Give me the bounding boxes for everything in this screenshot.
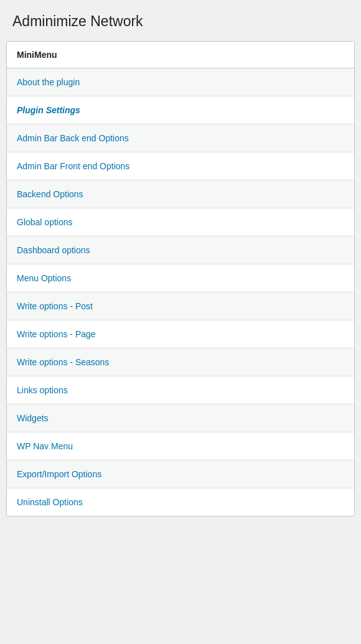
minimenu-container: MiniMenu About the pluginPlugin Settings…: [6, 41, 355, 516]
menu-item-admin-bar-frontend: Admin Bar Front end Options: [7, 152, 354, 180]
menu-link-write-options-page[interactable]: Write options - Page: [7, 320, 354, 348]
menu-item-backend-options: Backend Options: [7, 180, 354, 208]
menu-item-write-options-post: Write options - Post: [7, 292, 354, 320]
menu-link-global-options[interactable]: Global options: [7, 208, 354, 236]
menu-link-backend-options[interactable]: Backend Options: [7, 180, 354, 208]
menu-link-dashboard-options[interactable]: Dashboard options: [7, 236, 354, 264]
page-title: Adminimize Network: [12, 12, 349, 31]
menu-item-menu-options: Menu Options: [7, 264, 354, 292]
menu-link-admin-bar-frontend[interactable]: Admin Bar Front end Options: [7, 152, 354, 180]
menu-link-about-plugin[interactable]: About the plugin: [7, 68, 354, 96]
menu-item-write-options-seasons: Write options - Seasons: [7, 348, 354, 376]
menu-link-uninstall-options[interactable]: Uninstall Options: [7, 488, 354, 516]
menu-link-links-options[interactable]: Links options: [7, 376, 354, 404]
menu-link-widgets[interactable]: Widgets: [7, 404, 354, 432]
menu-list: About the pluginPlugin SettingsAdmin Bar…: [7, 68, 354, 516]
menu-item-admin-bar-backend: Admin Bar Back end Options: [7, 124, 354, 152]
menu-link-plugin-settings[interactable]: Plugin Settings: [7, 96, 354, 124]
menu-link-write-options-seasons[interactable]: Write options - Seasons: [7, 348, 354, 376]
minimenu-header-title: MiniMenu: [17, 50, 57, 60]
menu-item-write-options-page: Write options - Page: [7, 320, 354, 348]
menu-item-about-plugin: About the plugin: [7, 68, 354, 96]
menu-item-plugin-settings: Plugin Settings: [7, 96, 354, 124]
menu-item-export-import: Export/Import Options: [7, 460, 354, 488]
menu-item-global-options: Global options: [7, 208, 354, 236]
menu-link-menu-options[interactable]: Menu Options: [7, 264, 354, 292]
menu-item-links-options: Links options: [7, 376, 354, 404]
menu-link-export-import[interactable]: Export/Import Options: [7, 460, 354, 488]
menu-item-widgets: Widgets: [7, 404, 354, 432]
menu-link-admin-bar-backend[interactable]: Admin Bar Back end Options: [7, 124, 354, 152]
page-header: Adminimize Network: [0, 0, 361, 41]
menu-link-wp-nav-menu[interactable]: WP Nav Menu: [7, 432, 354, 460]
menu-item-wp-nav-menu: WP Nav Menu: [7, 432, 354, 460]
menu-item-uninstall-options: Uninstall Options: [7, 488, 354, 516]
minimenu-header: MiniMenu: [7, 42, 354, 68]
menu-item-dashboard-options: Dashboard options: [7, 236, 354, 264]
menu-link-write-options-post[interactable]: Write options - Post: [7, 292, 354, 320]
